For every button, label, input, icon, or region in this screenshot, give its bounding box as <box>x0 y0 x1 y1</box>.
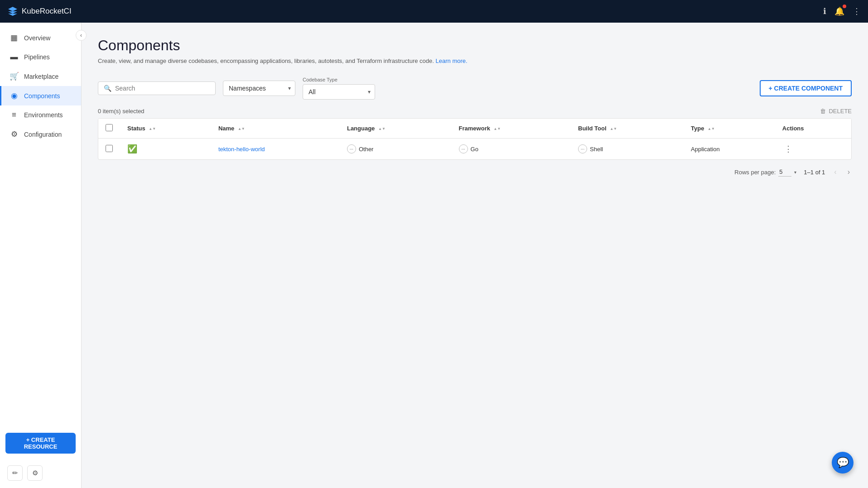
search-input[interactable] <box>115 85 210 92</box>
sidebar-item-environments[interactable]: ≡ Environments <box>0 105 81 124</box>
col-name-label: Name <box>218 125 234 132</box>
status-ok-icon: ✅ <box>127 144 137 153</box>
select-all-header <box>98 119 120 139</box>
delete-label: DELETE <box>829 108 852 115</box>
marketplace-icon: 🛒 <box>10 72 19 81</box>
sidebar-item-label-marketplace: Marketplace <box>24 73 58 80</box>
page-description: Create, view, and manage diverse codebas… <box>98 57 852 64</box>
sidebar: ‹ ▦ Overview ▬ Pipelines 🛒 Marketplace ◉… <box>0 23 82 488</box>
row-language-value: Other <box>359 146 374 153</box>
codebase-type-select-wrapper: All Application Library Autotest ▾ <box>303 84 375 100</box>
sidebar-item-configuration[interactable]: ⚙ Configuration <box>0 124 81 144</box>
codebase-type-select[interactable]: All Application Library Autotest <box>303 84 375 100</box>
environments-icon: ≡ <box>10 110 19 120</box>
component-link[interactable]: tekton-hello-world <box>218 146 265 153</box>
sidebar-item-label-overview: Overview <box>24 34 50 42</box>
settings-icon[interactable]: ⚙ <box>27 465 43 481</box>
delete-button[interactable]: 🗑 DELETE <box>820 108 852 115</box>
sidebar-item-label-pipelines: Pipelines <box>24 53 50 61</box>
components-table: Status ▲▼ Name ▲▼ Language ▲▼ Framewor <box>98 118 852 160</box>
name-sort-icon[interactable]: ▲▼ <box>238 127 245 131</box>
learn-more-link[interactable]: Learn more. <box>436 57 468 64</box>
page-info: 1–1 of 1 <box>804 169 825 176</box>
row-build-tool-cell: ··· Shell <box>571 139 684 160</box>
topnav: KubeRocketCI ℹ 🔔 ⋮ <box>0 0 868 23</box>
trash-icon: 🗑 <box>820 108 826 115</box>
rows-per-page: Rows per page: 5 10 25 ▾ <box>734 167 796 177</box>
namespaces-select[interactable]: Namespaces <box>223 81 295 96</box>
col-status-label: Status <box>127 125 145 132</box>
sidebar-bottom: ✏ ⚙ <box>0 460 81 488</box>
layout: ‹ ▦ Overview ▬ Pipelines 🛒 Marketplace ◉… <box>0 23 868 488</box>
language-sort-icon[interactable]: ▲▼ <box>378 127 386 131</box>
pipelines-icon: ▬ <box>10 53 19 62</box>
sidebar-nav: ▦ Overview ▬ Pipelines 🛒 Marketplace ◉ C… <box>0 23 81 428</box>
col-type: Type ▲▼ <box>684 119 775 139</box>
main-content: Components Create, view, and manage dive… <box>82 23 868 488</box>
page-title: Components <box>98 37 852 54</box>
table: Status ▲▼ Name ▲▼ Language ▲▼ Framewor <box>98 119 851 159</box>
namespaces-select-wrapper: Namespaces ▾ <box>223 81 295 96</box>
info-icon[interactable]: ℹ <box>823 6 826 16</box>
filters-bar: 🔍 Namespaces ▾ Codebase Type All Applica… <box>98 77 852 100</box>
row-name-cell: tekton-hello-world <box>211 139 340 160</box>
chat-fab[interactable]: 💬 <box>832 452 854 474</box>
build-tool-icon: ··· <box>578 144 587 153</box>
brand: KubeRocketCI <box>7 6 72 17</box>
sidebar-item-overview[interactable]: ▦ Overview <box>0 28 81 48</box>
framework-icon: ··· <box>459 144 468 153</box>
configuration-icon: ⚙ <box>10 129 19 139</box>
selected-count: 0 item(s) selected <box>98 108 145 115</box>
sidebar-item-label-environments: Environments <box>24 111 63 119</box>
sidebar-collapse-button[interactable]: ‹ <box>76 30 87 41</box>
rows-per-page-label: Rows per page: <box>734 169 776 176</box>
prev-page-button[interactable]: ‹ <box>832 166 838 178</box>
brand-name: KubeRocketCI <box>22 7 72 16</box>
create-resource-button[interactable]: + CREATE RESOURCE <box>5 433 76 454</box>
edit-icon[interactable]: ✏ <box>7 465 23 481</box>
col-build-tool: Build Tool ▲▼ <box>571 119 684 139</box>
overview-icon: ▦ <box>10 33 19 43</box>
table-meta: 0 item(s) selected 🗑 DELETE <box>98 108 852 115</box>
topnav-actions: ℹ 🔔 ⋮ <box>823 6 861 16</box>
sidebar-item-components[interactable]: ◉ Components <box>0 86 81 105</box>
select-all-checkbox[interactable] <box>106 124 113 131</box>
row-type-value: Application <box>691 146 720 153</box>
chat-icon: 💬 <box>837 457 849 469</box>
row-actions-cell: ⋮ <box>775 139 851 160</box>
table-header: Status ▲▼ Name ▲▼ Language ▲▼ Framewor <box>98 119 851 139</box>
table-row: ✅ tekton-hello-world ··· Other <box>98 139 851 160</box>
language-icon: ··· <box>347 144 356 153</box>
framework-sort-icon[interactable]: ▲▼ <box>494 127 501 131</box>
brand-icon <box>7 6 18 17</box>
sidebar-item-label-components: Components <box>24 92 60 100</box>
row-build-tool-value: Shell <box>590 146 603 153</box>
sidebar-item-label-configuration: Configuration <box>24 131 62 138</box>
more-menu-icon[interactable]: ⋮ <box>853 6 861 16</box>
row-checkbox[interactable] <box>106 145 113 152</box>
codebase-type-label: Codebase Type <box>303 77 375 82</box>
build-tool-sort-icon[interactable]: ▲▼ <box>610 127 617 131</box>
notification-icon[interactable]: 🔔 <box>834 6 844 16</box>
rows-per-page-chevron-icon: ▾ <box>794 170 796 175</box>
col-actions-label: Actions <box>782 125 804 132</box>
create-component-button[interactable]: + CREATE COMPONENT <box>760 80 852 96</box>
row-status-cell: ✅ <box>120 139 211 160</box>
col-framework-label: Framework <box>459 125 490 132</box>
row-framework-cell: ··· Go <box>452 139 571 160</box>
type-sort-icon[interactable]: ▲▼ <box>708 127 715 131</box>
row-more-actions-icon[interactable]: ⋮ <box>782 143 794 155</box>
components-icon: ◉ <box>10 91 19 100</box>
search-icon: 🔍 <box>104 85 111 92</box>
col-language: Language ▲▼ <box>340 119 452 139</box>
col-type-label: Type <box>691 125 704 132</box>
next-page-button[interactable]: › <box>846 166 852 178</box>
col-framework: Framework ▲▼ <box>452 119 571 139</box>
sidebar-item-pipelines[interactable]: ▬ Pipelines <box>0 48 81 67</box>
search-wrapper: 🔍 <box>98 81 216 95</box>
col-build-tool-label: Build Tool <box>578 125 607 132</box>
status-sort-icon[interactable]: ▲▼ <box>149 127 156 131</box>
rows-per-page-select[interactable]: 5 10 25 <box>778 167 791 177</box>
sidebar-item-marketplace[interactable]: 🛒 Marketplace <box>0 67 81 86</box>
col-language-label: Language <box>347 125 375 132</box>
